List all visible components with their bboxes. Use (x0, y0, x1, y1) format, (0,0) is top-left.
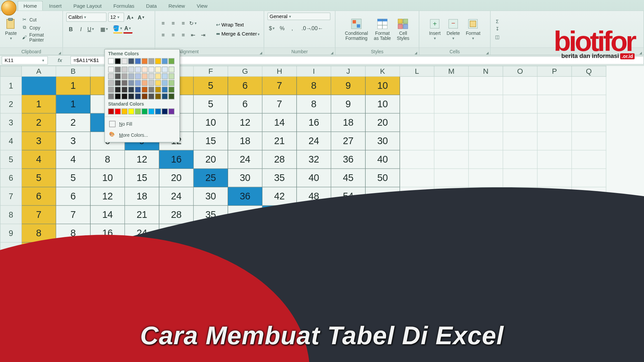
color-swatch[interactable] (128, 73, 135, 79)
color-swatch[interactable] (162, 80, 168, 86)
fill-color-button[interactable]: 🪣▼ (113, 24, 123, 34)
color-swatch[interactable] (122, 80, 128, 86)
cell-B5[interactable]: 4 (56, 150, 91, 169)
color-swatch[interactable] (155, 109, 161, 115)
cell-P2[interactable] (538, 95, 572, 114)
paste-button[interactable]: Paste ▼ (3, 17, 18, 41)
cell-B10[interactable]: 9 (56, 243, 91, 261)
font-size-select[interactable]: 12▼ (108, 13, 124, 22)
cell-N1[interactable] (469, 77, 503, 95)
clear-button[interactable]: ◫ (494, 34, 501, 41)
color-swatch[interactable] (135, 87, 141, 93)
cell-C7[interactable]: 12 (91, 187, 125, 206)
cell-F4[interactable]: 15 (194, 132, 228, 150)
cell-Q1[interactable] (572, 77, 606, 95)
cell-B11[interactable]: 10 (56, 261, 91, 280)
cell-J9[interactable]: 72 (331, 224, 366, 243)
cell-M3[interactable] (434, 114, 469, 132)
italic-button[interactable]: I (76, 24, 86, 34)
color-swatch[interactable] (115, 80, 121, 86)
color-swatch[interactable] (135, 58, 141, 64)
color-swatch[interactable] (142, 80, 148, 86)
cell-B9[interactable]: 8 (56, 224, 91, 243)
col-header-F[interactable]: F (194, 66, 228, 77)
fx-button[interactable]: fx (50, 57, 71, 63)
cell-K1[interactable]: 10 (366, 77, 400, 95)
insert-cells-button[interactable]: +Insert▼ (427, 17, 442, 41)
cell-K5[interactable]: 40 (366, 150, 400, 169)
color-swatch[interactable] (128, 109, 135, 115)
cell-D8[interactable]: 21 (125, 206, 160, 224)
cell-M5[interactable] (434, 150, 469, 169)
dec-decimal-button[interactable]: .00← (312, 23, 321, 33)
indent-inc-button[interactable]: ⇥ (199, 31, 208, 40)
color-swatch[interactable] (169, 87, 175, 93)
cell-H7[interactable]: 42 (263, 187, 297, 206)
cell-I4[interactable]: 24 (297, 132, 331, 150)
cut-button[interactable]: ✂Cut (21, 16, 59, 23)
cell-K9[interactable]: 80 (366, 224, 400, 243)
color-swatch[interactable] (122, 58, 128, 64)
tab-formulas[interactable]: Formulas (108, 1, 140, 11)
cell-C11[interactable]: 20 (91, 261, 125, 280)
color-swatch[interactable] (108, 58, 114, 64)
cell-N2[interactable] (469, 95, 503, 114)
color-swatch[interactable] (149, 58, 155, 64)
cell-C9[interactable]: 16 (91, 224, 125, 243)
cell-B6[interactable]: 5 (56, 169, 91, 187)
cell-M7[interactable] (434, 187, 469, 206)
col-header-N[interactable]: N (469, 66, 503, 77)
cell-Q4[interactable] (572, 132, 606, 150)
cell-M8[interactable] (434, 206, 469, 224)
color-swatch[interactable] (169, 73, 175, 79)
color-swatch[interactable] (108, 109, 114, 115)
row-header[interactable]: 8 (0, 206, 22, 224)
color-swatch[interactable] (142, 67, 148, 73)
cell-J11[interactable]: 90 (331, 261, 366, 280)
cell-P6[interactable] (538, 169, 572, 187)
select-all-corner[interactable] (0, 66, 22, 77)
cell-I5[interactable]: 32 (297, 150, 331, 169)
cell-A1[interactable] (22, 77, 56, 95)
indent-dec-button[interactable]: ⇤ (189, 31, 198, 40)
cell-E5[interactable]: 16 (159, 150, 194, 169)
color-swatch[interactable] (169, 109, 175, 115)
cell-D7[interactable]: 18 (125, 187, 160, 206)
color-swatch[interactable] (135, 67, 141, 73)
cell-C6[interactable]: 10 (91, 169, 125, 187)
color-swatch[interactable] (149, 87, 155, 93)
cell-I1[interactable]: 8 (297, 77, 331, 95)
color-swatch[interactable] (135, 94, 141, 100)
cell-I6[interactable]: 40 (297, 169, 331, 187)
cell-G4[interactable]: 18 (228, 132, 263, 150)
cell-B2[interactable]: 1 (56, 95, 91, 114)
cell-A5[interactable]: 4 (22, 150, 56, 169)
cell-P8[interactable] (538, 206, 572, 224)
color-swatch[interactable] (169, 67, 175, 73)
cell-F10[interactable]: 45 (194, 243, 228, 261)
color-swatch[interactable] (142, 109, 148, 115)
cell-D6[interactable]: 15 (125, 169, 160, 187)
bold-button[interactable]: B (66, 24, 76, 34)
cell-Q7[interactable] (572, 187, 606, 206)
cell-L8[interactable] (400, 206, 435, 224)
shrink-font-button[interactable]: A▼ (137, 13, 146, 22)
percent-button[interactable]: % (278, 23, 287, 33)
cell-P5[interactable] (538, 150, 572, 169)
col-header-Q[interactable]: Q (572, 66, 606, 77)
cell-L5[interactable] (400, 150, 435, 169)
tab-data[interactable]: Data (141, 1, 162, 11)
color-swatch[interactable] (155, 73, 161, 79)
cell-P7[interactable] (538, 187, 572, 206)
cell-A3[interactable]: 2 (22, 114, 56, 132)
cell-O2[interactable] (503, 95, 538, 114)
font-name-select[interactable]: Calibri▼ (66, 13, 107, 22)
cell-B4[interactable]: 3 (56, 132, 91, 150)
color-swatch[interactable] (162, 94, 168, 100)
cell-H6[interactable]: 35 (263, 169, 297, 187)
cell-Q8[interactable] (572, 206, 606, 224)
align-bottom-button[interactable]: ≡ (179, 19, 188, 28)
cell-A2[interactable]: 1 (22, 95, 56, 114)
cell-J8[interactable]: 63 (331, 206, 366, 224)
cell-P10[interactable] (538, 243, 572, 261)
